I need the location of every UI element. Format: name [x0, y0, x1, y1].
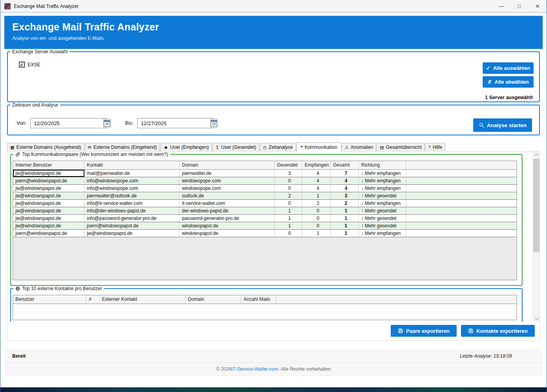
maximize-button[interactable]: □	[510, 0, 528, 12]
tab-zeitanalyse[interactable]: ◷Zeitanalyse	[260, 143, 296, 151]
cell-received[interactable]: 0	[302, 207, 331, 214]
cell-direction[interactable]: ↓ Mehr empfangen	[359, 200, 406, 207]
cell-contact[interactable]: joern@windowspapst.de	[84, 222, 180, 229]
cell-contact[interactable]: mail@joernwalter.de	[84, 170, 180, 177]
to-date-field[interactable]: 15	[137, 118, 214, 128]
table-row[interactable]: jw@windowspapst.de info@it-service-walte…	[13, 200, 517, 207]
col-mail-count[interactable]: Anzahl Mails	[241, 295, 276, 304]
col-received[interactable]: Empfangen	[302, 161, 331, 169]
table-row[interactable]: jw@windowspapst.de joernwalter@outlook.d…	[13, 192, 517, 200]
col-domain[interactable]: Domain	[180, 161, 275, 169]
table-row[interactable]: jw@windowspapst.de info@windowspope.com …	[13, 185, 517, 192]
minimize-button[interactable]: —	[492, 0, 510, 12]
cell-received[interactable]: 2	[302, 200, 331, 207]
col-user[interactable]: Benutzer	[13, 295, 86, 304]
cell-direction[interactable]: ↓ Mehr empfangen	[359, 185, 406, 192]
cell-sent[interactable]: 0	[275, 185, 302, 192]
cell-received[interactable]: 4	[302, 177, 331, 184]
cell-sent[interactable]: 2	[275, 192, 302, 199]
close-button[interactable]: ×	[528, 0, 547, 12]
cell-total[interactable]: 7	[331, 170, 359, 177]
cell-direction[interactable]: ↑ Mehr gesendet	[359, 222, 406, 229]
cell-contact[interactable]: info@windowspope.com	[84, 177, 180, 184]
col-contact[interactable]: Kontakt	[84, 161, 180, 169]
cell-internal-user[interactable]: jw@windowspapst.de	[13, 200, 84, 207]
table-row[interactable]: jw@windowspapst.de info@der-windows-paps…	[13, 207, 517, 215]
cell-received[interactable]: 4	[302, 170, 331, 177]
cell-internal-user[interactable]: jw@windowspapst.de	[13, 215, 84, 222]
cell-direction[interactable]: ↓ Mehr empfangen	[359, 230, 406, 237]
cell-direction[interactable]: ↑ Mehr gesendet	[359, 207, 406, 214]
export-contacts-button[interactable]: Kontakte exportieren	[461, 325, 535, 337]
from-date-field[interactable]: 15	[30, 118, 107, 128]
cell-internal-user[interactable]: jw@windowspapst.de	[13, 207, 84, 214]
cell-contact[interactable]: info@password-generator-pro.de	[84, 215, 180, 222]
cell-direction[interactable]: ↑ Mehr gesendet	[359, 215, 406, 222]
cell-domain[interactable]: password-generator-pro.de	[180, 215, 275, 222]
to-calendar-button[interactable]: 15	[210, 119, 217, 128]
cell-received[interactable]: 0	[302, 215, 331, 222]
select-all-button[interactable]: ✓ Alle auswählen	[483, 62, 534, 74]
cell-internal-user[interactable]: joern@windowspapst.de	[13, 230, 84, 237]
cell-total[interactable]: 1	[331, 230, 359, 237]
table-row[interactable]: joern@windowspapst.de jw@windowspapst.de…	[13, 230, 517, 237]
footer-link[interactable]: IT-Service-Walter.com	[232, 366, 278, 372]
cell-sent[interactable]: 1	[275, 222, 302, 229]
cell-sent[interactable]: 1	[275, 215, 302, 222]
tab-user-gesendet[interactable]: ↥User (Gesendet)	[212, 143, 259, 151]
cell-domain[interactable]: outlook.de	[180, 192, 275, 199]
cell-total[interactable]: 1	[331, 215, 359, 222]
table-row[interactable]: jw@windowspapst.de mail@joernwalter.de j…	[13, 170, 517, 177]
tab-kommunikation[interactable]: ❝Kommunikation	[296, 143, 341, 152]
cell-contact[interactable]: jw@windowspapst.de	[84, 230, 180, 237]
cell-contact[interactable]: info@der-windows-papst.de	[84, 207, 180, 214]
cell-direction[interactable]: ↓ Mehr empfangen	[359, 170, 406, 177]
cell-total[interactable]: 4	[331, 177, 359, 184]
cell-internal-user[interactable]: jw@windowspapst.de	[13, 185, 84, 192]
cell-domain[interactable]: der-windows-papst.de	[180, 207, 275, 214]
cell-internal-user[interactable]: jw@windowspapst.de	[13, 192, 84, 199]
col-internal-user[interactable]: Interner Benutzer	[13, 161, 84, 169]
tab-user-empfangen[interactable]: ☻User (Empfangen)	[160, 143, 212, 151]
cell-contact[interactable]: info@it-service-walter.com	[84, 200, 180, 207]
cell-contact[interactable]: info@windowspope.com	[84, 185, 180, 192]
cell-sent[interactable]: 0	[275, 200, 302, 207]
server-checkbox[interactable]: ✓	[19, 62, 25, 68]
col-external-contact[interactable]: Externer Kontakt	[99, 295, 185, 304]
scrollbar-up-button[interactable]	[533, 152, 540, 158]
cell-domain[interactable]: joernwalter.de	[180, 170, 275, 177]
tab-anomalien[interactable]: ⚠Anomalien	[342, 143, 377, 151]
cell-sent[interactable]: 0	[275, 177, 302, 184]
col-domain[interactable]: Domain	[185, 295, 241, 304]
cell-direction[interactable]: ↑ Mehr gesendet	[359, 192, 406, 199]
cell-total[interactable]: 1	[331, 207, 359, 214]
cell-sent[interactable]: 0	[275, 230, 302, 237]
table-row[interactable]: joern@windowspapst.de info@windowspope.c…	[13, 177, 517, 185]
cell-domain[interactable]: windowspope.com	[180, 177, 275, 184]
cell-total[interactable]: 2	[331, 200, 359, 207]
col-rank[interactable]: #	[86, 295, 99, 304]
table-row[interactable]: jw@windowspapst.de info@password-generat…	[13, 215, 517, 222]
export-pairs-button[interactable]: Paare exportieren	[391, 325, 457, 337]
from-date-input[interactable]	[31, 120, 103, 126]
cell-total[interactable]: 4	[331, 185, 359, 192]
cell-domain[interactable]: it-service-walter.com	[180, 200, 275, 207]
cell-sent[interactable]: 3	[275, 170, 302, 177]
cell-contact[interactable]: joernwalter@outlook.de	[84, 192, 180, 199]
tab-externe-domains-eingehend[interactable]: ✉Externe Domains (Eingehend)	[85, 143, 160, 151]
cell-internal-user[interactable]: jw@windowspapst.de	[13, 222, 84, 229]
col-sent[interactable]: Gesendet	[275, 161, 302, 169]
scrollbar-down-button[interactable]	[533, 315, 540, 322]
to-date-input[interactable]	[138, 120, 210, 126]
deselect-all-button[interactable]: ✗ Alle abwählen	[483, 76, 534, 88]
tab-hilfe[interactable]: ?Hilfe	[425, 143, 445, 151]
cell-received[interactable]: 1	[302, 192, 331, 199]
tab-externe-domains-ausgehend[interactable]: ▦Externe Domains (Ausgehend)	[7, 143, 84, 151]
cell-domain[interactable]: windowspapst.de	[180, 230, 275, 237]
from-calendar-button[interactable]: 15	[103, 119, 111, 128]
cell-received[interactable]: 4	[302, 185, 331, 192]
cell-received[interactable]: 0	[302, 222, 331, 229]
cell-sent[interactable]: 1	[275, 207, 302, 214]
table-row[interactable]: jw@windowspapst.de joern@windowspapst.de…	[13, 222, 517, 230]
vertical-scrollbar[interactable]	[533, 152, 540, 322]
